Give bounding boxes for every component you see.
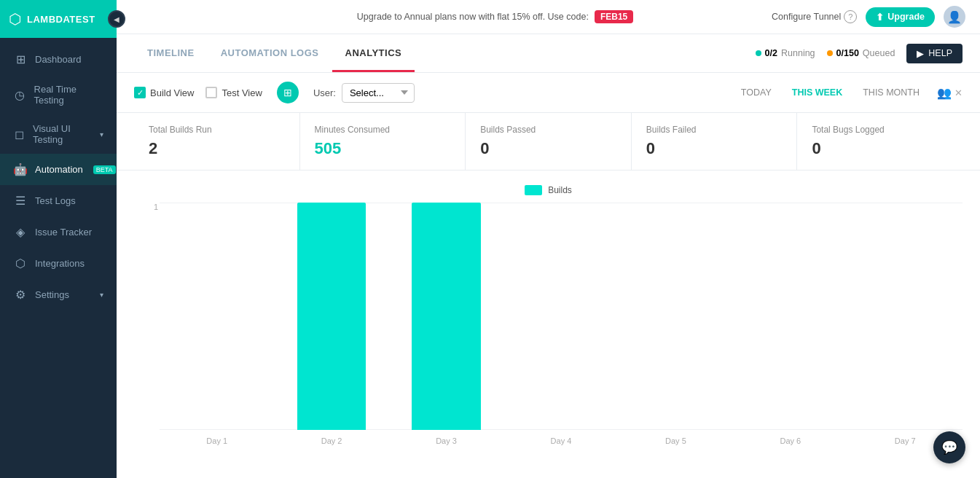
chevron-down-icon: ▾ (100, 291, 103, 299)
chevron-down-icon: ▾ (100, 130, 103, 138)
sidebar: ⬡ LAMBDATEST ◀ ⊞ Dashboard ◷ Real Time T… (0, 0, 117, 478)
y-label-1: 1 (138, 203, 158, 211)
stat-label: Minutes Consumed (315, 125, 451, 135)
sidebar-collapse-button[interactable]: ◀ (108, 10, 125, 28)
sidebar-nav: ⊞ Dashboard ◷ Real Time Testing ◻ Visual… (0, 38, 117, 478)
running-dot (756, 50, 761, 56)
upgrade-button[interactable]: ⬆ Upgrade (866, 7, 935, 27)
x-axis-label: Day 1 (160, 430, 274, 452)
promo-bar: Upgrade to Annual plans now with flat 15… (357, 10, 633, 23)
sidebar-item-label: Issue Tracker (35, 227, 92, 238)
tab-analytics[interactable]: ANALYTICS (332, 34, 415, 72)
sidebar-item-integrations[interactable]: ⬡ Integrations (0, 248, 117, 279)
user-avatar[interactable]: 👤 (944, 6, 965, 28)
chart-legend: Builds (134, 185, 963, 195)
bar-group (274, 203, 388, 430)
queued-label: Queued (863, 48, 895, 58)
top-bar-right: Configure Tunnel ? ⬆ Upgrade 👤 (772, 6, 965, 28)
filter-toggle-button[interactable]: ⊞ (277, 82, 299, 103)
x-axis-label: Day 4 (503, 430, 618, 452)
bar-group (848, 203, 963, 430)
sub-header: TIMELINE AUTOMATION LOGS ANALYTICS 0/2 R… (117, 34, 980, 73)
tab-bar: TIMELINE AUTOMATION LOGS ANALYTICS (134, 34, 415, 72)
avatar-icon: 👤 (947, 10, 962, 24)
today-button[interactable]: TODAY (732, 84, 780, 101)
chat-icon: 💬 (941, 439, 957, 455)
help-label: HELP (928, 48, 952, 58)
top-bar: Upgrade to Annual plans now with flat 15… (117, 0, 980, 34)
stat-value: 505 (315, 139, 451, 158)
sidebar-item-automation[interactable]: 🤖 Automation BETA (0, 154, 117, 185)
user-label: User: (313, 87, 336, 98)
page-content: TIMELINE AUTOMATION LOGS ANALYTICS 0/2 R… (117, 34, 980, 478)
help-button[interactable]: ▶ HELP (906, 44, 963, 63)
upgrade-label: Upgrade (887, 12, 925, 22)
sidebar-item-label: Test Logs (35, 195, 76, 206)
automation-beta-badge: BETA (93, 165, 116, 174)
tab-automation-logs[interactable]: AUTOMATION LOGS (208, 34, 332, 72)
testlogs-icon: ☰ (13, 194, 28, 208)
sidebar-logo[interactable]: ⬡ LAMBDATEST ◀ (0, 0, 117, 38)
user-select-dropdown[interactable]: Select... (342, 83, 415, 103)
stat-label: Total Bugs Logged (812, 125, 948, 135)
date-filters: TODAY THIS WEEK THIS MONTH 👥 ✕ (732, 84, 963, 101)
collapse-icon: ◀ (114, 15, 119, 23)
test-view-label: Test View (222, 87, 262, 98)
y-axis-labels: 1 (138, 203, 158, 430)
promo-text: Upgrade to Annual plans now with flat 15… (357, 12, 589, 22)
analytics-controls: ✓ Build View Test View ⊞ User: Select... (117, 73, 980, 113)
stat-value: 0 (480, 139, 616, 158)
settings-icon: ⚙ (13, 288, 28, 302)
test-view-option[interactable]: Test View (205, 87, 262, 98)
clear-filter-button[interactable]: ✕ (954, 87, 963, 98)
automation-icon: 🤖 (13, 162, 28, 176)
sidebar-item-visual[interactable]: ◻ Visual UI Testing ▾ (0, 114, 117, 154)
this-month-button[interactable]: THIS MONTH (854, 84, 928, 101)
build-view-checkbox[interactable]: ✓ (134, 87, 146, 98)
this-week-button[interactable]: THIS WEEK (783, 84, 851, 101)
chart-container: 1 Day 1Day 2Day 3Day 4Day 5Day 6Day 7 (134, 203, 963, 452)
bar-group (619, 203, 733, 430)
help-circle-icon[interactable]: ? (844, 10, 857, 23)
stat-value: 0 (646, 139, 783, 158)
chart-bar[interactable] (412, 203, 480, 430)
sidebar-item-label: Dashboard (35, 54, 82, 65)
sub-header-right: 0/2 Running 0/150 Queued ▶ HELP (756, 44, 963, 63)
sidebar-item-dashboard[interactable]: ⊞ Dashboard (0, 44, 117, 75)
filter-people-icon[interactable]: 👥 (937, 86, 952, 100)
main-content: Upgrade to Annual plans now with flat 15… (117, 0, 980, 478)
configure-tunnel-link[interactable]: Configure Tunnel ? (772, 10, 857, 23)
chat-bubble-button[interactable]: 💬 (933, 431, 965, 463)
x-axis-label: Day 3 (389, 430, 503, 452)
sidebar-item-label: Automation (35, 164, 83, 175)
chart-bar[interactable] (297, 203, 366, 430)
stat-value: 0 (812, 139, 948, 158)
stat-label: Builds Failed (646, 125, 783, 135)
stat-label: Total Builds Run (149, 125, 285, 135)
sidebar-item-label: Settings (35, 289, 69, 300)
sidebar-item-issuetracker[interactable]: ◈ Issue Tracker (0, 216, 117, 248)
stat-bugs-logged: Total Bugs Logged 0 (797, 113, 963, 170)
stat-minutes-consumed: Minutes Consumed 505 (300, 113, 466, 170)
upgrade-icon: ⬆ (876, 12, 884, 23)
bar-group (733, 203, 847, 430)
sidebar-item-settings[interactable]: ⚙ Settings ▾ (0, 279, 117, 310)
stat-builds-passed: Builds Passed 0 (466, 113, 632, 170)
stat-builds-failed: Builds Failed 0 (632, 113, 798, 170)
visual-icon: ◻ (13, 128, 26, 141)
logo-icon: ⬡ (9, 10, 21, 28)
test-view-checkbox[interactable] (205, 87, 217, 98)
tab-timeline[interactable]: TIMELINE (134, 34, 208, 72)
sidebar-item-testlogs[interactable]: ☰ Test Logs (0, 185, 117, 216)
legend-color-swatch (525, 185, 542, 195)
x-axis-labels: Day 1Day 2Day 3Day 4Day 5Day 6Day 7 (160, 430, 963, 452)
build-view-option[interactable]: ✓ Build View (134, 87, 194, 98)
queued-status: 0/150 Queued (827, 48, 895, 58)
play-icon: ▶ (917, 48, 924, 59)
dashboard-icon: ⊞ (13, 52, 28, 66)
realtime-icon: ◷ (13, 88, 27, 102)
sidebar-item-label: Integrations (35, 258, 85, 269)
sidebar-item-realtime[interactable]: ◷ Real Time Testing (0, 75, 117, 114)
stat-value: 2 (149, 139, 285, 158)
queued-count: 0/150 (836, 48, 859, 58)
